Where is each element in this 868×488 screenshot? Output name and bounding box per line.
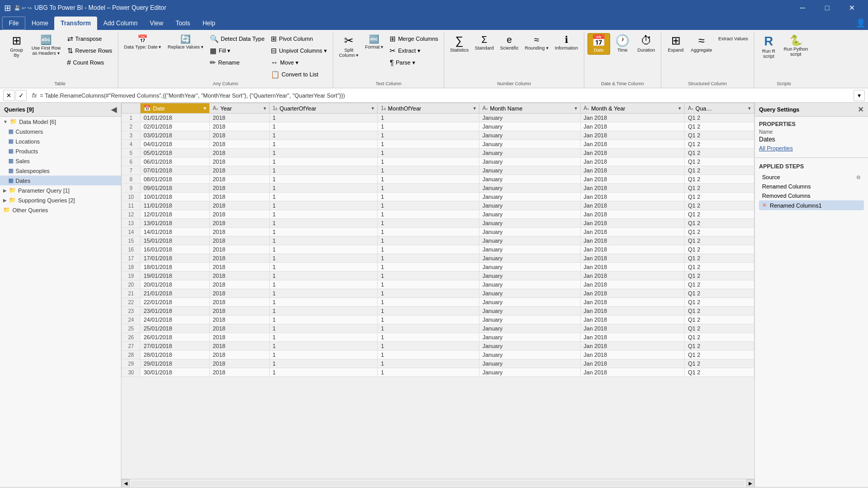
step-renamed-columns1[interactable]: ✕ Renamed Columns1: [759, 200, 864, 210]
fill-button[interactable]: ▦ Fill ▾: [207, 45, 267, 56]
col-header-month-year[interactable]: Aₓ Month & Year ▾: [580, 103, 685, 114]
table-row[interactable]: 303/01/2018201811JanuaryJan 2018Q1 2: [122, 131, 754, 140]
duration-button[interactable]: ⏱ Duration: [635, 33, 658, 55]
date-col-filter[interactable]: ▾: [204, 105, 206, 111]
table-row[interactable]: 2525/01/2018201811JanuaryJan 2018Q1 2: [122, 324, 754, 333]
data-grid-container[interactable]: 📅 Date ▾ Aₓ Year ▾: [121, 103, 754, 479]
quarter-col-filter[interactable]: ▾: [371, 105, 374, 111]
all-properties-link[interactable]: All Properties: [759, 145, 793, 151]
table-row[interactable]: 1010/01/2018201811JanuaryJan 2018Q1 2: [122, 193, 754, 201]
pivot-column-button[interactable]: ⊞ Pivot Column: [268, 33, 330, 44]
tab-file[interactable]: File: [2, 17, 25, 30]
table-row[interactable]: 505/01/2018201811JanuaryJan 2018Q1 2: [122, 149, 754, 158]
date-button[interactable]: 📅 Date: [587, 33, 610, 55]
minimize-button[interactable]: ─: [791, 0, 814, 15]
sidebar-item-salespeoples[interactable]: ▦ Salespeoples: [0, 166, 121, 176]
table-row[interactable]: 1212/01/2018201811JanuaryJan 2018Q1 2: [122, 210, 754, 219]
sidebar-item-dates[interactable]: ▦ Dates: [0, 176, 121, 185]
monthyear-col-filter[interactable]: ▾: [678, 105, 681, 111]
replace-values-button[interactable]: 🔄 Replace Values ▾: [165, 33, 206, 52]
table-row[interactable]: 2222/01/2018201811JanuaryJan 2018Q1 2: [122, 298, 754, 307]
run-r-script-button[interactable]: R Run Rscript: [757, 33, 780, 61]
sidebar-item-locations[interactable]: ▦ Locations: [0, 136, 121, 146]
close-button[interactable]: ✕: [840, 0, 864, 15]
formula-expand-button[interactable]: ▾: [854, 90, 865, 101]
tab-help[interactable]: Help: [196, 17, 222, 30]
scroll-left-button[interactable]: ◀: [121, 479, 130, 487]
sidebar-collapse-button[interactable]: ◀: [111, 105, 117, 114]
col-header-month-name[interactable]: Aₓ Month Name ▾: [479, 103, 580, 114]
tab-tools[interactable]: Tools: [169, 17, 196, 30]
extract-values-button[interactable]: Extract Values: [716, 33, 750, 43]
parse-button[interactable]: ¶ Parse ▾: [387, 57, 441, 68]
qyear-col-filter[interactable]: ▾: [748, 105, 751, 111]
sidebar-scroll[interactable]: ▼ 📁 Data Model [6] ▦ Customers ▦ Locatio…: [0, 117, 121, 487]
monthofyear-col-filter[interactable]: ▾: [473, 105, 476, 111]
tab-home[interactable]: Home: [25, 17, 54, 30]
transpose-button[interactable]: ⇄ Transpose: [65, 33, 115, 44]
format-button[interactable]: 🔤 Format ▾: [362, 33, 386, 52]
table-row[interactable]: 1616/01/2018201811JanuaryJan 2018Q1 2: [122, 245, 754, 254]
table-row[interactable]: 2626/01/2018201811JanuaryJan 2018Q1 2: [122, 333, 754, 342]
split-column-button[interactable]: ✂ SplitColumn ▾: [336, 33, 362, 60]
table-row[interactable]: 1313/01/2018201811JanuaryJan 2018Q1 2: [122, 219, 754, 228]
unpivot-columns-button[interactable]: ⊟ Unpivot Columns ▾: [268, 45, 330, 56]
sidebar-item-customers[interactable]: ▦ Customers: [0, 127, 121, 136]
data-type-button[interactable]: 📅 Data Type: Date ▾: [121, 33, 164, 52]
aggregate-button[interactable]: ≈ Aggregate: [688, 33, 715, 55]
sidebar-item-products[interactable]: ▦ Products: [0, 146, 121, 156]
extract-button[interactable]: ✂ Extract ▾: [387, 45, 441, 56]
convert-to-list-button[interactable]: 📋 Convert to List: [268, 69, 330, 80]
count-rows-button[interactable]: # Count Rows: [65, 57, 115, 68]
sidebar-item-supporting-queries[interactable]: ▶ 📁 Supporting Queries [2]: [0, 195, 121, 205]
expand-button[interactable]: ⊞ Expand: [664, 33, 687, 55]
table-row[interactable]: 2020/01/2018201811JanuaryJan 2018Q1 2: [122, 280, 754, 289]
step-removed-columns[interactable]: Removed Columns: [759, 191, 864, 200]
year-col-filter[interactable]: ▾: [264, 105, 266, 111]
formula-input[interactable]: [40, 92, 850, 99]
col-header-quarter[interactable]: 1₂ QuarterOfYear ▾: [269, 103, 378, 114]
table-row[interactable]: 1919/01/2018201811JanuaryJan 2018Q1 2: [122, 272, 754, 280]
table-row[interactable]: 606/01/2018201811JanuaryJan 2018Q1 2: [122, 158, 754, 166]
step-source-gear-icon[interactable]: ⚙: [856, 175, 861, 180]
step-renamed-columns[interactable]: Renamed Columns: [759, 182, 864, 191]
tab-add-column[interactable]: Add Column: [97, 17, 144, 30]
rename-button[interactable]: ✏ Rename: [207, 57, 267, 68]
table-row[interactable]: 2828/01/2018201811JanuaryJan 2018Q1 2: [122, 351, 754, 359]
table-row[interactable]: 2727/01/2018201811JanuaryJan 2018Q1 2: [122, 342, 754, 351]
use-first-row-button[interactable]: 🔤 Use First Rowas Headers ▾: [29, 33, 64, 58]
table-row[interactable]: 1717/01/2018201811JanuaryJan 2018Q1 2: [122, 254, 754, 263]
table-row[interactable]: 2424/01/2018201811JanuaryJan 2018Q1 2: [122, 316, 754, 324]
table-row[interactable]: 1414/01/2018201811JanuaryJan 2018Q1 2: [122, 228, 754, 237]
account-icon[interactable]: 👤: [856, 18, 866, 28]
tab-transform[interactable]: Transform: [54, 17, 97, 30]
reverse-rows-button[interactable]: ⇅ Reverse Rows: [65, 45, 115, 56]
table-row[interactable]: 1111/01/2018201811JanuaryJan 2018Q1 2: [122, 201, 754, 210]
rounding-button[interactable]: ≈ Rounding ▾: [522, 33, 551, 53]
horizontal-scrollbar[interactable]: ◀ ▶: [121, 479, 754, 487]
col-header-month-of-year[interactable]: 1₂ MonthOfYear ▾: [378, 103, 479, 114]
table-row[interactable]: 808/01/2018201811JanuaryJan 2018Q1 2: [122, 175, 754, 184]
formula-confirm-button[interactable]: ✓: [16, 90, 27, 101]
col-header-quarter-year[interactable]: Aₓ Qua… ▾: [685, 103, 754, 114]
table-row[interactable]: 2929/01/2018201811JanuaryJan 2018Q1 2: [122, 359, 754, 368]
merge-columns-button[interactable]: ⊞ Merge Columns: [387, 33, 441, 44]
table-row[interactable]: 909/01/2018201811JanuaryJan 2018Q1 2: [122, 184, 754, 193]
sidebar-item-parameter-query[interactable]: ▶ 📁 Parameter Query [1]: [0, 185, 121, 195]
run-python-script-button[interactable]: 🐍 Run Pythonscript: [781, 33, 811, 59]
scroll-right-button[interactable]: ▶: [746, 479, 754, 487]
query-settings-close-button[interactable]: ✕: [858, 105, 864, 114]
detect-data-type-button[interactable]: 🔍 Detect Data Type: [207, 33, 267, 44]
monthname-col-filter[interactable]: ▾: [575, 105, 577, 111]
table-row[interactable]: 3030/01/2018201811JanuaryJan 2018Q1 2: [122, 368, 754, 377]
standard-button[interactable]: Σ Standard: [472, 33, 497, 53]
move-button[interactable]: ↔ Move ▾: [268, 57, 330, 68]
table-row[interactable]: 101/01/2018201811JanuaryJan 2018Q1 2: [122, 114, 754, 122]
group-by-button[interactable]: ⊞ Group By: [5, 33, 28, 60]
table-row[interactable]: 2121/01/2018201811JanuaryJan 2018Q1 2: [122, 289, 754, 298]
table-row[interactable]: 1818/01/2018201811JanuaryJan 2018Q1 2: [122, 263, 754, 272]
sidebar-item-sales[interactable]: ▦ Sales: [0, 156, 121, 166]
time-button[interactable]: 🕐 Time: [611, 33, 634, 55]
statistics-button[interactable]: ∑ Statistics: [447, 33, 471, 55]
information-button[interactable]: ℹ Information: [552, 33, 581, 53]
